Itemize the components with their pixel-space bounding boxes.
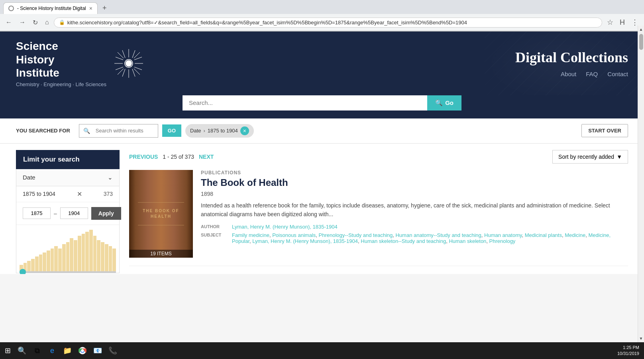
hist-bar (109, 246, 112, 271)
tab-bar: - Science History Institute Digital × + (0, 0, 644, 14)
new-tab-button[interactable]: + (99, 2, 110, 14)
sidebar-section: Date ⌄ 1875 to 1904 ✕ 373 – Apply (16, 169, 120, 273)
active-tab[interactable]: - Science History Institute Digital × (3, 2, 98, 14)
hist-bar (74, 240, 77, 271)
date-range-count: 373 (104, 191, 113, 197)
scroll-thumb[interactable] (639, 34, 643, 50)
hist-bar (58, 249, 62, 271)
subject-link-4[interactable]: Human anatomy--Study and teaching (395, 232, 481, 238)
header-nav: About FAQ Contact (561, 71, 628, 77)
searched-for-label: YOU SEARCHED FOR (16, 128, 70, 134)
subject-values: Family medicine, Poisonous animals, Phre… (232, 232, 628, 244)
search-bar-container: 🔍 Go (0, 95, 644, 118)
date-filter-badge: Date › 1875 to 1904 × (185, 124, 254, 138)
search-btn-label: Go (445, 99, 454, 106)
nav-right: ☆ H ⋮ (605, 16, 641, 28)
sort-dropdown[interactable]: Sort by recently added ▼ (552, 150, 628, 164)
result-title[interactable]: The Book of Health (201, 177, 628, 188)
refresh-button[interactable]: ↻ (30, 17, 40, 28)
date-dash: – (54, 210, 57, 217)
book-title-overlay: THE BOOK OF HEALTH (132, 207, 190, 221)
results-area: PREVIOUS 1 - 25 of 373 NEXT Sort by rece… (129, 144, 628, 274)
hist-bar (101, 242, 104, 271)
author-row: AUTHOR Lyman, Henry M. (Henry Munson), 1… (201, 224, 628, 230)
subject-link-9[interactable]: Lyman, Henry M. (Henry Munson), 1835-190… (252, 238, 358, 244)
logo-line2: History (16, 53, 54, 66)
tab-title: - Science History Institute Digital (17, 6, 86, 11)
subject-link-3[interactable]: Phrenology--Study and teaching (319, 232, 393, 238)
subject-link-12[interactable]: Phrenology (489, 238, 516, 244)
date-end-input[interactable] (60, 207, 88, 219)
svg-line-8 (134, 52, 140, 58)
tab-close-button[interactable]: × (89, 5, 92, 12)
subject-link-2[interactable]: Poisonous animals (272, 232, 316, 238)
back-button[interactable]: ← (3, 17, 14, 28)
main-search-input[interactable] (183, 95, 427, 110)
logo-text-block: Science History Institute Chemistry · En… (16, 39, 106, 87)
scrollbar-right[interactable]: ▲ ▼ (638, 26, 644, 274)
slider-handle-left[interactable] (20, 269, 26, 274)
histogram-slider[interactable] (20, 271, 116, 273)
hist-bar (112, 249, 116, 271)
svg-point-0 (126, 60, 132, 67)
hist-bar (82, 234, 85, 271)
search-within-icon: 🔍 (79, 124, 94, 137)
date-filter-clear-button[interactable]: × (240, 126, 249, 135)
date-range-item: 1875 to 1904 ✕ 373 (16, 186, 119, 202)
logo-subtitle: Chemistry · Engineering · Life Sciences (16, 81, 106, 87)
logo-line1: Science (16, 40, 58, 52)
hist-bar (39, 254, 43, 271)
subject-link-10[interactable]: Human skeleton--Study and teaching (361, 238, 446, 244)
result-image[interactable]: THE BOOK OF HEALTH 19 ITEMS (129, 170, 193, 258)
svg-line-7 (134, 69, 140, 75)
search-within-input[interactable] (94, 124, 158, 137)
hist-bar (70, 238, 73, 271)
subject-label: SUBJECT (201, 232, 229, 244)
apply-button[interactable]: Apply (91, 207, 121, 220)
dropdown-arrow-icon: ▼ (617, 154, 622, 160)
date-filter-label: Date (190, 128, 201, 134)
home-button[interactable]: ⌂ (43, 17, 51, 28)
date-section-header[interactable]: Date ⌄ (16, 169, 119, 186)
go-button[interactable]: GO (162, 124, 181, 137)
subject-link-6[interactable]: Medicinal plants (525, 232, 562, 238)
url-input[interactable] (67, 20, 597, 26)
previous-link[interactable]: PREVIOUS (129, 154, 158, 160)
hist-bar (78, 236, 81, 271)
date-filter-value: 1875 to 1904 (208, 128, 238, 134)
subject-link-7[interactable]: Medicine (565, 232, 585, 238)
chevron-down-icon: ⌄ (108, 174, 113, 181)
hist-bar (97, 240, 100, 271)
profile-button[interactable]: H (617, 17, 627, 28)
date-range-clear-button[interactable]: ✕ (77, 190, 82, 198)
nav-about[interactable]: About (561, 71, 576, 77)
main-search-button[interactable]: 🔍 Go (427, 95, 461, 110)
scroll-up-arrow[interactable]: ▲ (638, 26, 644, 32)
logo-emblem (113, 47, 145, 79)
page-content: Science History Institute Chemistry · En… (0, 32, 644, 274)
author-label: AUTHOR (201, 224, 229, 230)
sidebar: Limit your search Date ⌄ 1875 to 1904 ✕ … (16, 144, 120, 274)
author-value[interactable]: Lyman, Henry M. (Henry Munson), 1835-190… (232, 224, 338, 230)
nav-contact[interactable]: Contact (607, 71, 628, 77)
subject-link-1[interactable]: Family medicine (232, 232, 269, 238)
forward-button[interactable]: → (17, 17, 28, 28)
date-start-input[interactable] (23, 207, 51, 219)
start-over-button[interactable]: START OVER (581, 124, 628, 137)
hist-bar (35, 256, 39, 271)
svg-line-11 (132, 69, 135, 77)
bookmark-button[interactable]: ☆ (605, 16, 616, 28)
search-results-bar: YOU SEARCHED FOR 🔍 GO Date › 1875 to 190… (0, 118, 644, 144)
pagination-count: 1 - 25 of 373 (163, 154, 194, 160)
hist-bar (31, 259, 35, 271)
subject-link-5[interactable]: Human anatomy (484, 232, 522, 238)
sort-label: Sort by recently added (558, 154, 614, 160)
nav-faq[interactable]: FAQ (586, 71, 598, 77)
result-card: THE BOOK OF HEALTH 19 ITEMS PUBLICATIONS… (129, 170, 628, 266)
browser-chrome: - Science History Institute Digital × + … (0, 0, 644, 32)
hist-bar (54, 246, 58, 271)
result-type: PUBLICATIONS (201, 170, 628, 176)
svg-line-17 (116, 67, 123, 70)
next-link[interactable]: NEXT (199, 154, 214, 160)
subject-link-11[interactable]: Human skeleton (449, 238, 486, 244)
